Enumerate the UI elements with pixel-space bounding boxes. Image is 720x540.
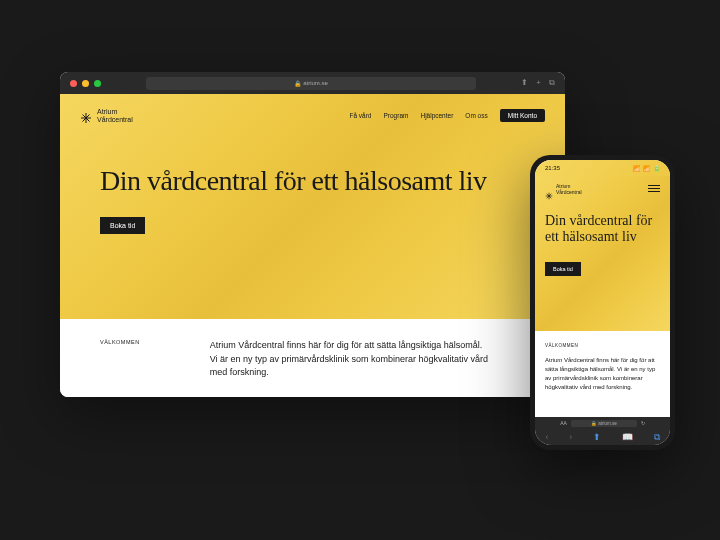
mobile-logo-text: Atrium Vårdcentral (556, 184, 582, 195)
mobile-nav-bar: ‹ › ⬆ 📖 ⧉ (535, 429, 670, 445)
mobile-intro-label: VÄLKOMMEN (545, 343, 660, 348)
browser-window: 🔒 atrium.se ⬆ + ⧉ Atrium Vårdcentral Få … (60, 72, 565, 397)
nav-link-help[interactable]: Hjälpcenter (420, 112, 453, 119)
mobile-hero: Atrium Vårdcentral Din vårdcentral för e… (535, 176, 670, 331)
lock-icon: 🔒 (294, 80, 301, 87)
nav-links: Få vård Program Hjälpcenter Om oss Mitt … (349, 109, 545, 122)
mobile-logo[interactable]: Atrium Vårdcentral (545, 184, 660, 195)
mobile-headline: Din vårdcentral för ett hälsosamt liv (545, 213, 660, 245)
nav-link-program[interactable]: Program (384, 112, 409, 119)
share-icon[interactable]: ⬆ (593, 432, 601, 442)
hero-headline: Din vårdcentral för ett hälsosamt liv (100, 165, 545, 197)
window-controls[interactable] (70, 80, 101, 87)
back-icon[interactable]: ‹ (545, 432, 548, 442)
url-bar[interactable]: 🔒 atrium.se (146, 77, 476, 90)
account-button[interactable]: Mitt Konto (500, 109, 545, 122)
mobile-screen: 21:35 📶 📶 🔋 Atrium Vårdcentral Din vårdc… (535, 160, 670, 445)
mobile-browser-chrome: AA 🔒 atrium.se ↻ ‹ › ⬆ 📖 ⧉ (535, 417, 670, 445)
browser-actions: ⬆ + ⧉ (521, 78, 555, 88)
mobile-url-bar[interactable]: AA 🔒 atrium.se ↻ (535, 417, 670, 429)
status-bar: 21:35 📶 📶 🔋 (535, 160, 670, 176)
hero-section: Atrium Vårdcentral Få vård Program Hjälp… (60, 94, 565, 319)
minimize-dot[interactable] (82, 80, 89, 87)
reload-icon[interactable]: ↻ (641, 420, 645, 426)
maximize-dot[interactable] (94, 80, 101, 87)
hamburger-icon[interactable] (648, 185, 660, 192)
status-time: 21:35 (545, 165, 560, 171)
intro-text: Atrium Vårdcentral finns här för dig för… (210, 339, 490, 380)
mobile-device: 21:35 📶 📶 🔋 Atrium Vårdcentral Din vårdc… (530, 155, 675, 450)
tabs-icon[interactable]: ⧉ (654, 432, 660, 443)
share-icon[interactable]: ⬆ (521, 78, 528, 88)
mobile-cta-button[interactable]: Boka tid (545, 262, 581, 276)
logo-mark-icon (80, 110, 92, 122)
nav-link-about[interactable]: Om oss (465, 112, 487, 119)
forward-icon[interactable]: › (569, 432, 572, 442)
close-dot[interactable] (70, 80, 77, 87)
tabs-icon[interactable]: ⧉ (549, 78, 555, 88)
add-icon[interactable]: + (536, 78, 541, 88)
wifi-icon: 📶 (643, 165, 650, 172)
browser-chrome: 🔒 atrium.se ⬆ + ⧉ (60, 72, 565, 94)
intro-section: VÄLKOMMEN Atrium Vårdcentral finns här f… (60, 319, 565, 397)
mobile-aa-icon[interactable]: AA (560, 420, 567, 426)
mobile-intro: VÄLKOMMEN Atrium Vårdcentral finns här f… (535, 331, 670, 404)
site-nav: Atrium Vårdcentral Få vård Program Hjälp… (80, 108, 545, 123)
url-text: atrium.se (303, 80, 328, 86)
logo-text: Atrium Vårdcentral (97, 108, 133, 123)
nav-link-vard[interactable]: Få vård (349, 112, 371, 119)
battery-icon: 🔋 (653, 165, 660, 172)
mobile-intro-text: Atrium Vårdcentral finns här för dig för… (545, 356, 660, 392)
cta-button[interactable]: Boka tid (100, 217, 145, 234)
logo[interactable]: Atrium Vårdcentral (80, 108, 133, 123)
intro-label: VÄLKOMMEN (100, 339, 140, 380)
mobile-logo-mark-icon (545, 186, 553, 194)
bookmarks-icon[interactable]: 📖 (622, 432, 633, 442)
signal-icon: 📶 (633, 165, 640, 172)
